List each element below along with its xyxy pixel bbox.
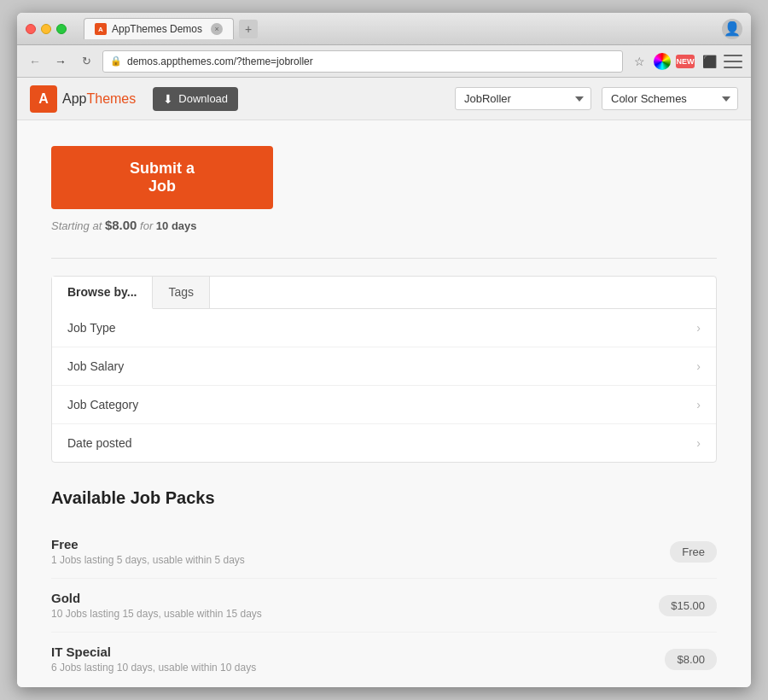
address-bar: ← → ↻ 🔒 demos.appthemes.com/?theme=jobro… <box>17 45 751 78</box>
browse-item-label: Job Type <box>67 321 116 335</box>
pack-price-gold: $15.00 <box>659 595 717 616</box>
browse-tabs-section: Browse by... Tags Job Type › Job Salary … <box>51 276 717 463</box>
user-avatar-icon: 👤 <box>724 20 741 37</box>
logo-text: AppThemes <box>62 91 136 107</box>
job-packs-section: Available Job Packs Free 1 Jobs lasting … <box>51 488 717 685</box>
tab-tags[interactable]: Tags <box>153 277 210 308</box>
forward-button[interactable]: → <box>51 52 70 71</box>
pack-info-gold: Gold 10 Jobs lasting 15 days, usable wit… <box>51 591 262 620</box>
back-button[interactable]: ← <box>26 52 44 71</box>
tab-close-button[interactable]: × <box>211 23 223 35</box>
browse-item-label: Date posted <box>67 436 132 450</box>
pack-price-free: Free <box>670 541 717 563</box>
browse-item-label: Job Salary <box>67 359 124 373</box>
star-icon[interactable]: ☆ <box>630 52 649 71</box>
browse-item-job-salary[interactable]: Job Salary › <box>52 347 716 386</box>
new-tab-button[interactable]: + <box>239 20 258 38</box>
pack-name-gold: Gold <box>51 591 262 605</box>
pricing-price: $8.00 <box>105 218 137 232</box>
browse-item-date-posted[interactable]: Date posted › <box>52 424 716 462</box>
active-tab[interactable]: A AppThemes Demos × <box>84 18 234 39</box>
tab-favicon: A <box>95 23 107 35</box>
browse-item-job-type[interactable]: Job Type › <box>52 309 716 347</box>
pricing-days: 10 days <box>156 219 197 232</box>
traffic-lights <box>26 24 67 34</box>
chevron-right-icon: › <box>696 436 701 450</box>
logo-themes-text: Themes <box>86 91 136 106</box>
job-packs-title: Available Job Packs <box>51 488 717 508</box>
pack-name-free: Free <box>51 537 245 551</box>
menu-icon[interactable] <box>724 55 742 68</box>
logo-icon: A <box>30 85 57 113</box>
chevron-right-icon: › <box>696 321 701 335</box>
pricing-text: Starting at $8.00 for 10 days <box>51 218 717 232</box>
tab-label: AppThemes Demos <box>112 23 202 35</box>
extension-icon[interactable]: NEW <box>676 55 695 68</box>
tab-area: A AppThemes Demos × + <box>84 18 715 39</box>
pricing-prefix: Starting at <box>51 219 105 232</box>
browse-item-job-category[interactable]: Job Category › <box>52 386 716 424</box>
section-divider <box>51 258 717 259</box>
browse-tab-bar: Browse by... Tags <box>52 277 716 309</box>
maximize-button[interactable] <box>56 24 67 34</box>
submit-job-button[interactable]: Submit a Job <box>51 146 273 209</box>
download-label: Download <box>178 92 228 105</box>
lock-icon: 🔒 <box>110 55 122 67</box>
browse-list: Job Type › Job Salary › Job Category › D… <box>52 309 716 462</box>
browse-item-label: Job Category <box>67 398 138 411</box>
pricing-for: for <box>137 219 155 232</box>
url-text: demos.appthemes.com/?theme=jobroller <box>127 55 313 67</box>
color-schemes-selector[interactable]: Color Schemes <box>602 87 738 110</box>
refresh-button[interactable]: ↻ <box>77 52 96 71</box>
pack-name-it-special: IT Special <box>51 645 256 659</box>
cast-icon[interactable]: ⬛ <box>700 52 719 71</box>
chevron-right-icon: › <box>696 359 701 373</box>
page-content: Submit a Job Starting at $8.00 for 10 da… <box>17 120 751 687</box>
submit-job-section: Submit a Job Starting at $8.00 for 10 da… <box>51 146 717 232</box>
app-logo: A AppThemes <box>30 85 136 113</box>
user-icon[interactable]: 👤 <box>722 19 742 39</box>
pack-price-it-special: $8.00 <box>665 649 717 670</box>
app-toolbar: A AppThemes ⬇ Download JobRoller Color S… <box>17 78 751 120</box>
logo-app-text: App <box>62 91 86 106</box>
chevron-right-icon: › <box>696 398 701 411</box>
pack-item-gold[interactable]: Gold 10 Jobs lasting 15 days, usable wit… <box>51 579 717 633</box>
pack-desc-it-special: 6 Jobs lasting 10 days, usable within 10… <box>51 662 256 674</box>
title-bar: A AppThemes Demos × + 👤 <box>17 13 751 45</box>
theme-selector[interactable]: JobRoller <box>455 87 591 110</box>
pack-item-free[interactable]: Free 1 Jobs lasting 5 days, usable withi… <box>51 525 717 579</box>
download-button[interactable]: ⬇ Download <box>153 87 238 111</box>
pack-desc-free: 1 Jobs lasting 5 days, usable within 5 d… <box>51 554 245 566</box>
tab-browse-by[interactable]: Browse by... <box>52 277 153 309</box>
toolbar-selects: JobRoller Color Schemes <box>455 87 738 110</box>
download-icon: ⬇ <box>163 92 173 106</box>
pack-info-free: Free 1 Jobs lasting 5 days, usable withi… <box>51 537 245 566</box>
close-button[interactable] <box>26 24 36 34</box>
browser-window: A AppThemes Demos × + 👤 ← → ↻ 🔒 demos.ap… <box>17 13 751 687</box>
color-wheel-icon[interactable] <box>654 53 671 70</box>
pack-desc-gold: 10 Jobs lasting 15 days, usable within 1… <box>51 608 262 620</box>
url-bar[interactable]: 🔒 demos.appthemes.com/?theme=jobroller <box>102 50 623 73</box>
minimize-button[interactable] <box>41 24 51 34</box>
pack-info-it-special: IT Special 6 Jobs lasting 10 days, usabl… <box>51 645 256 674</box>
toolbar-icons: ☆ NEW ⬛ <box>630 52 742 71</box>
pack-item-it-special[interactable]: IT Special 6 Jobs lasting 10 days, usabl… <box>51 633 717 685</box>
